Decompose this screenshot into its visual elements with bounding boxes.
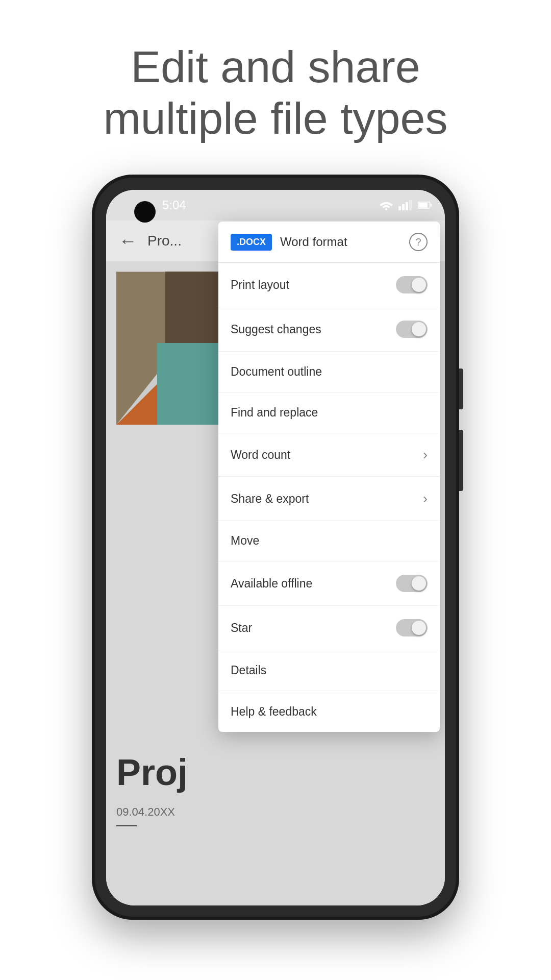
find-replace-label: Find and replace	[231, 406, 318, 420]
menu-header: .DOCX Word format ?	[218, 222, 440, 263]
status-bar: 5:04	[106, 190, 445, 220]
svg-rect-7	[430, 204, 432, 207]
star-toggle[interactable]	[396, 619, 428, 636]
document-title: Pro...	[147, 233, 182, 249]
move-label: Move	[231, 534, 259, 548]
star-label: Star	[231, 621, 252, 635]
suggest-changes-label: Suggest changes	[231, 323, 321, 336]
menu-item-share-export[interactable]: Share & export ›	[218, 477, 440, 521]
word-count-label: Word count	[231, 448, 290, 462]
menu-item-word-count[interactable]: Word count ›	[218, 433, 440, 477]
page-header: Edit and share multiple file types	[73, 41, 479, 144]
svg-rect-2	[402, 204, 405, 210]
back-button[interactable]: ←	[119, 230, 137, 252]
svg-rect-4	[409, 200, 412, 210]
side-button-1	[459, 369, 463, 409]
word-count-chevron: ›	[423, 447, 428, 463]
available-offline-label: Available offline	[231, 577, 312, 591]
menu-item-document-outline[interactable]: Document outline	[218, 352, 440, 393]
available-offline-toggle[interactable]	[396, 575, 428, 592]
wifi-icon	[379, 200, 393, 210]
details-label: Details	[231, 664, 266, 677]
svg-point-0	[385, 208, 387, 210]
menu-item-available-offline[interactable]: Available offline	[218, 561, 440, 606]
menu-item-help-feedback[interactable]: Help & feedback	[218, 691, 440, 732]
svg-rect-3	[406, 202, 408, 210]
side-button-2	[459, 430, 463, 491]
share-export-chevron: ›	[423, 491, 428, 507]
svg-rect-1	[398, 206, 401, 210]
document-line	[116, 825, 137, 826]
document-date: 09.04.20XX	[116, 805, 175, 819]
share-export-label: Share & export	[231, 492, 309, 506]
signal-icon	[398, 200, 413, 210]
menu-item-star[interactable]: Star	[218, 606, 440, 650]
menu-item-print-layout[interactable]: Print layout	[218, 263, 440, 307]
help-icon[interactable]: ?	[409, 233, 428, 251]
suggest-changes-toggle[interactable]	[396, 321, 428, 338]
menu-item-find-replace[interactable]: Find and replace	[218, 393, 440, 433]
docx-badge: .DOCX	[231, 234, 272, 251]
print-layout-label: Print layout	[231, 278, 289, 292]
svg-rect-6	[418, 203, 428, 208]
phone-screen: 5:04	[106, 190, 445, 905]
status-time: 5:04	[162, 198, 186, 212]
document-outline-label: Document outline	[231, 365, 322, 379]
status-icons	[379, 200, 432, 210]
battery-icon	[418, 200, 432, 210]
menu-item-move[interactable]: Move	[218, 521, 440, 561]
menu-item-suggest-changes[interactable]: Suggest changes	[218, 307, 440, 352]
page-title-text: Edit and share multiple file types	[104, 41, 448, 144]
print-layout-toggle[interactable]	[396, 276, 428, 293]
help-feedback-label: Help & feedback	[231, 705, 317, 719]
context-menu: .DOCX Word format ? Print layout Suggest…	[218, 222, 440, 732]
document-body-title: Proj	[116, 751, 188, 793]
word-format-label: Word format	[280, 235, 401, 249]
phone-mockup: 5:04	[92, 175, 459, 920]
menu-item-details[interactable]: Details	[218, 650, 440, 691]
